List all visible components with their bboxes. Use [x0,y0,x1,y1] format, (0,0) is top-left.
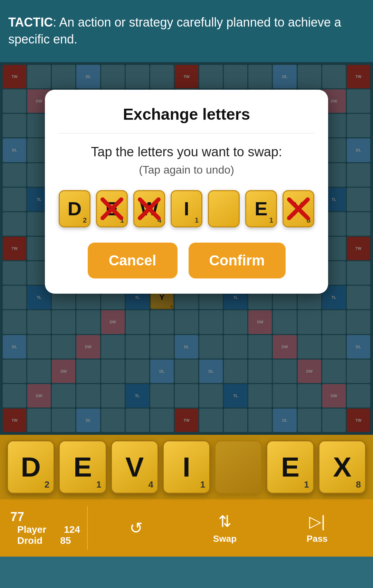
cancel-button[interactable]: Cancel [88,243,178,278]
swap-icon: ⇅ [218,512,232,531]
dialog-buttons: Cancel Confirm [59,243,314,278]
dialog-title: Exchange letters [59,105,314,134]
definition-colon: : [53,15,59,29]
pass-icon: ▷| [309,512,325,531]
droid-score-row: Droid 85 [10,535,80,546]
definition-word: TACTIC [8,15,53,29]
exchange-tiles-row: D2E1 W4 I1E1X8 [59,190,314,227]
definition-text: TACTIC: An action or strategy carefully … [8,14,365,48]
rack-tile-0[interactable]: D2 [7,440,55,494]
player-num: 77 [10,510,80,524]
rack-tile-6[interactable]: X8 [318,440,366,494]
bottom-actions: ↺ ⇅ Swap ▷| Pass [95,512,363,544]
rack-tile-3[interactable]: I1 [163,440,210,494]
droid-label: Droid 85 [17,535,71,546]
definition-bar: TACTIC: An action or strategy carefully … [0,0,373,62]
rack-tile-4[interactable] [214,440,262,494]
refresh-button[interactable]: ↺ [130,519,143,537]
score-labels: Player 124 [10,524,80,535]
dialog-tile-3[interactable]: I1 [171,190,202,227]
dialog-tile-2[interactable]: W4 [133,190,165,227]
tile-rack: D2E1V4I1E1X8 [0,435,373,499]
player-label: Player 124 [17,524,80,535]
swap-button[interactable]: ⇅ Swap [213,512,237,544]
refresh-icon: ↺ [130,519,143,537]
rack-tile-2[interactable]: V4 [111,440,159,494]
exchange-dialog: Exchange letters Tap the letters you wan… [45,90,328,294]
pass-button[interactable]: ▷| Pass [307,512,328,544]
dialog-tile-6[interactable]: X8 [283,190,314,227]
pass-label: Pass [307,533,328,544]
dialog-overlay: Exchange letters Tap the letters you wan… [0,62,373,435]
bottom-bar: 77 Player 124 Droid 85 ↺ ⇅ Swap ▷| Pa [0,499,373,557]
confirm-button[interactable]: Confirm [189,243,286,278]
dialog-tile-5[interactable]: E1 [245,190,277,227]
rack-tile-5[interactable]: E1 [266,440,314,494]
dialog-tile-0[interactable]: D2 [59,190,90,227]
dialog-tile-4[interactable] [208,190,240,227]
dialog-instruction: Tap the letters you want to swap: [59,145,314,159]
dialog-tile-1[interactable]: E1 [96,190,128,227]
dialog-sub: (Tap again to undo) [59,164,314,176]
swap-label: Swap [213,533,237,544]
score-section: 77 Player 124 Droid 85 [10,506,88,550]
rack-tile-1[interactable]: E1 [59,440,106,494]
